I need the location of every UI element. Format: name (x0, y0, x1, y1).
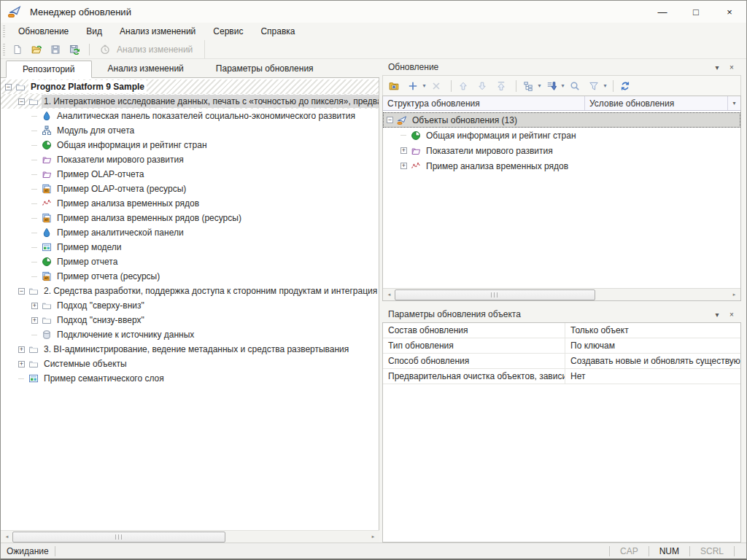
tree-item[interactable]: Пример аналитической панели (1, 225, 379, 240)
scroll-left-icon[interactable]: ◄ (1, 532, 12, 542)
expand-icon[interactable]: + (400, 147, 407, 154)
tree-item[interactable]: +Показатели мирового развития (383, 143, 740, 158)
tree-item[interactable]: Общая информация и рейтинг стран (383, 128, 740, 143)
collapse-icon[interactable]: − (18, 98, 25, 105)
maximize-button[interactable]: □ (679, 1, 713, 23)
tree-item-label: 2. Средства разработки, поддержка доступ… (42, 284, 379, 298)
tree-item[interactable]: −Prognoz Platform 9 Sample (1, 79, 379, 94)
menu-3[interactable]: Сервис (204, 23, 252, 40)
column-structure[interactable]: Структура обновления (383, 96, 585, 110)
report-pie-icon (41, 140, 52, 150)
column-chooser-icon[interactable]: ▾ (728, 96, 740, 110)
scroll-right-icon[interactable]: ► (368, 532, 379, 542)
tree-item[interactable]: Пример отчета (1, 254, 379, 269)
tree-connector (400, 135, 406, 136)
dropdown-caret-icon[interactable]: ▾ (538, 83, 541, 89)
repository-hscrollbar[interactable]: ◄ ► (1, 530, 379, 542)
dropdown-caret-icon[interactable]: ▾ (603, 83, 606, 89)
refresh-button[interactable] (617, 78, 636, 94)
property-value[interactable]: Нет (565, 369, 740, 384)
expand-icon[interactable]: + (18, 361, 25, 368)
tree-item[interactable]: Пример семантического слоя (1, 371, 379, 386)
expand-icon[interactable]: + (31, 317, 38, 324)
move-top-button[interactable] (493, 78, 512, 94)
delete-button[interactable] (428, 78, 447, 94)
scroll-left-icon[interactable]: ◄ (384, 289, 395, 300)
database-icon (41, 330, 52, 340)
collapse-icon[interactable]: − (387, 117, 393, 123)
move-down-icon (477, 81, 488, 91)
scroll-thumb[interactable] (395, 289, 595, 300)
tree-item[interactable]: −Объекты обновления (13) (383, 112, 740, 128)
tree-item[interactable]: Пример модели (1, 240, 379, 254)
property-row[interactable]: Состав обновленияТолько объект (383, 323, 740, 338)
tree-item[interactable]: Пример анализа временных рядов (1, 196, 379, 211)
panel-close-icon[interactable]: × (725, 308, 738, 321)
property-row[interactable]: Способ обновленияСоздавать новые и обнов… (383, 354, 740, 369)
filter-button[interactable]: ▾ (586, 78, 609, 94)
search-button[interactable] (567, 78, 586, 94)
tree-item[interactable]: Общая информация и рейтинг стран (1, 138, 379, 152)
move-up-button[interactable] (455, 78, 474, 94)
tab-1[interactable]: Анализ изменений (92, 60, 200, 77)
panel-menu-icon[interactable]: ▾ (711, 61, 724, 74)
move-down-button[interactable] (474, 78, 493, 94)
expand-icon[interactable]: + (400, 163, 407, 169)
tree-item[interactable]: +3. BI-администрирование, ведение метада… (1, 342, 379, 357)
panel-close-icon[interactable]: × (725, 61, 738, 74)
open-update-button[interactable] (386, 78, 405, 94)
panel-menu-icon[interactable]: ▾ (711, 308, 724, 321)
tree-item[interactable]: abПример анализа временных рядов (ресурс… (1, 211, 379, 225)
tree-item[interactable]: Подключение к источнику данных (1, 327, 379, 342)
scroll-right-icon[interactable]: ► (729, 289, 740, 300)
tree-item[interactable]: −1. Интерактивное исследование данных, п… (1, 94, 379, 109)
add-button[interactable]: ▾ (405, 78, 428, 94)
tree-connector (31, 203, 37, 204)
property-row[interactable]: Предварительная очистка объектов, зависи… (383, 369, 740, 384)
menu-0[interactable]: Обновление (9, 23, 77, 40)
tab-2[interactable]: Параметры обновления (200, 60, 330, 77)
menu-2[interactable]: Анализ изменений (111, 23, 204, 40)
tree-item[interactable]: abПример отчета (ресурсы) (1, 269, 379, 284)
model-icon (41, 242, 52, 252)
new-document-button[interactable] (9, 42, 28, 58)
tree-item[interactable]: Модуль для отчета (1, 123, 379, 138)
tree-item[interactable]: −2. Средства разработки, поддержка досту… (1, 284, 379, 298)
hierarchy-button[interactable]: ▾ (520, 78, 543, 94)
dropdown-caret-icon[interactable]: ▾ (422, 83, 425, 89)
horizontal-splitter[interactable] (382, 301, 741, 306)
status-key-cap: CAP (616, 546, 643, 556)
tree-item[interactable]: abПример OLAP-отчета (ресурсы) (1, 182, 379, 196)
menu-4[interactable]: Справка (252, 23, 303, 40)
tab-0[interactable]: Репозиторий (6, 61, 92, 78)
menu-1[interactable]: Вид (77, 23, 111, 40)
close-button[interactable]: × (713, 1, 746, 23)
update-hscrollbar[interactable]: ◄ ► (383, 288, 740, 300)
open-folder-button[interactable] (28, 42, 47, 58)
property-row[interactable]: Тип обновленияПо ключам (383, 338, 740, 354)
column-condition[interactable]: Условие обновления (585, 96, 728, 110)
tree-item[interactable]: Показатели мирового развития (1, 152, 379, 167)
tree-item[interactable]: Пример OLAP-отчета (1, 167, 379, 182)
expand-icon[interactable]: + (31, 303, 38, 309)
expand-icon[interactable]: + (18, 346, 25, 353)
tree-item[interactable]: Аналитическая панель показателей социаль… (1, 109, 379, 123)
tree-item[interactable]: +Подход "снизу-вверх" (1, 313, 379, 327)
tree-item[interactable]: +Системные объекты (1, 357, 379, 371)
dropdown-caret-icon[interactable]: ▾ (561, 83, 564, 89)
tree-item[interactable]: +Пример анализа временных рядов (383, 158, 740, 174)
save-database-button[interactable] (66, 42, 85, 58)
collapse-icon[interactable]: − (5, 84, 12, 90)
collapse-icon[interactable]: − (18, 288, 25, 295)
tree-item[interactable]: +Подход "сверху-вниз" (1, 298, 379, 313)
main-toolbar: Анализ изменений (1, 40, 746, 59)
sort-descending-button[interactable]: ▾ (543, 78, 567, 94)
property-value[interactable]: Только объект (565, 323, 740, 338)
property-value[interactable]: Создавать новые и обновлять существующие (565, 354, 740, 368)
save-button[interactable] (47, 42, 66, 58)
scroll-thumb[interactable] (12, 532, 225, 542)
property-value[interactable]: По ключам (565, 338, 740, 353)
minimize-button[interactable]: — (646, 1, 679, 23)
status-message: Ожидание (7, 546, 49, 556)
analysis-button[interactable]: Анализ изменений (93, 42, 198, 58)
